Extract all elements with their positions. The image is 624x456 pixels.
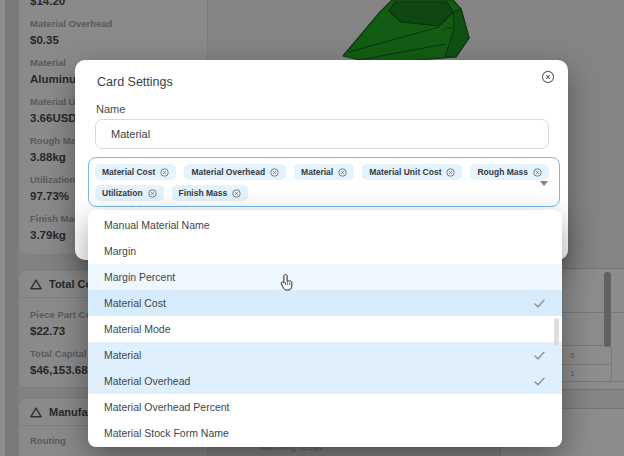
option-label: Margin	[104, 245, 136, 257]
checkmark-icon	[533, 349, 546, 362]
checkmark-icon	[533, 297, 546, 310]
option-label: Margin Percent	[104, 271, 175, 283]
remove-tag-icon[interactable]	[160, 168, 169, 177]
option-label: Manual Material Name	[104, 219, 210, 231]
tag-row-2: Utilization Finish Mass	[95, 185, 533, 201]
dropdown-option-margin[interactable]: Margin	[88, 238, 562, 264]
selected-tag-utilization[interactable]: Utilization	[95, 185, 164, 201]
mouse-cursor	[280, 273, 297, 293]
dropdown-option-material[interactable]: Material	[88, 342, 562, 368]
fields-dropdown-menu: Manual Material Name Margin Margin Perce…	[88, 210, 562, 447]
remove-tag-icon[interactable]	[338, 168, 347, 177]
tag-label: Utilization	[102, 188, 143, 198]
dropdown-option-material-mode[interactable]: Material Mode	[88, 316, 562, 342]
tag-label: Finish Mass	[179, 188, 228, 198]
dropdown-option-manual-material-name[interactable]: Manual Material Name	[88, 212, 562, 238]
tag-label: Rough Mass	[477, 167, 528, 177]
fields-multiselect[interactable]: Material Cost Material Overhead Material…	[88, 157, 560, 207]
selected-tag-finish-mass[interactable]: Finish Mass	[172, 185, 249, 201]
tag-row-1: Material Cost Material Overhead Material…	[95, 164, 533, 180]
dropdown-option-margin-percent[interactable]: Margin Percent	[88, 264, 562, 290]
name-input-value: Material	[111, 128, 150, 140]
selected-tag-material-overhead[interactable]: Material Overhead	[184, 164, 286, 180]
option-label: Material Stock Form Name	[104, 427, 229, 439]
name-input[interactable]: Material	[95, 119, 549, 149]
dropdown-scrollbar-thumb[interactable]	[554, 318, 559, 346]
selected-tag-rough-mass[interactable]: Rough Mass	[470, 164, 549, 180]
dropdown-option-material-overhead-percent[interactable]: Material Overhead Percent	[88, 394, 562, 420]
option-label: Material Mode	[104, 323, 171, 335]
remove-tag-icon[interactable]	[533, 168, 542, 177]
name-field-label: Name	[96, 103, 125, 115]
tag-label: Material Cost	[102, 167, 155, 177]
option-label: Material Overhead	[104, 375, 190, 387]
remove-tag-icon[interactable]	[446, 168, 455, 177]
tag-label: Material	[301, 167, 333, 177]
selected-tag-material[interactable]: Material	[294, 164, 354, 180]
remove-tag-icon[interactable]	[232, 189, 241, 198]
remove-tag-icon[interactable]	[148, 189, 157, 198]
tag-label: Material Overhead	[191, 167, 265, 177]
option-label: Material Cost	[104, 297, 166, 309]
app-screen: $14.20 Material Overhead $0.35 Material …	[0, 0, 624, 456]
checkmark-icon	[533, 375, 546, 388]
dropdown-option-material-cost[interactable]: Material Cost	[88, 290, 562, 316]
option-label: Material Overhead Percent	[104, 401, 229, 413]
option-label: Material	[104, 349, 141, 361]
dropdown-list: Manual Material Name Margin Margin Perce…	[88, 212, 562, 446]
selected-tag-material-unit-cost[interactable]: Material Unit Cost	[362, 164, 462, 180]
dropdown-option-material-stock-form-name[interactable]: Material Stock Form Name	[88, 420, 562, 446]
selected-tag-material-cost[interactable]: Material Cost	[95, 164, 176, 180]
chevron-down-icon[interactable]	[540, 181, 548, 186]
tag-label: Material Unit Cost	[369, 167, 441, 177]
close-icon[interactable]	[541, 70, 555, 84]
dropdown-option-material-overhead[interactable]: Material Overhead	[88, 368, 562, 394]
modal-title: Card Settings	[97, 75, 173, 89]
remove-tag-icon[interactable]	[270, 168, 279, 177]
